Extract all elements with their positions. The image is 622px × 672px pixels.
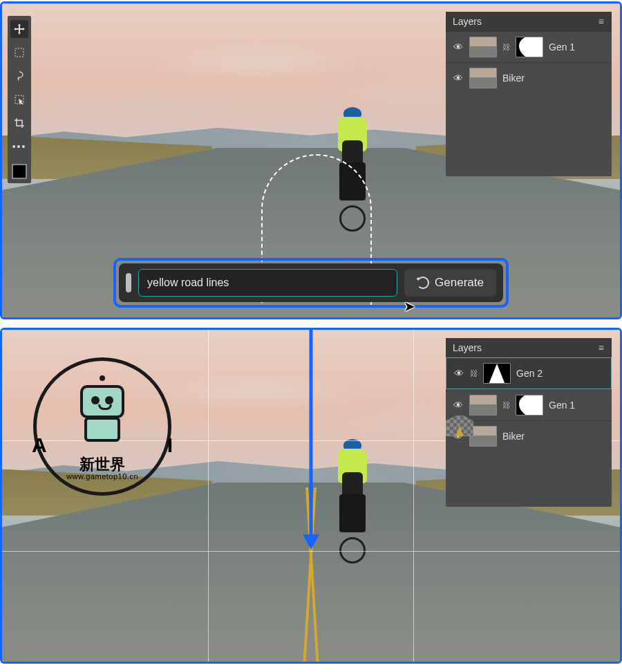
layer-row[interactable]: 👁 Biker xyxy=(446,62,612,93)
layer-thumbnail[interactable] xyxy=(469,426,497,447)
svg-rect-0 xyxy=(15,48,23,57)
layers-panel: Layers ≡ 👁 ⛓ Gen 2 👁 ⛓ Gen 1 👁 Biker xyxy=(446,338,612,507)
layers-panel-title: Layers xyxy=(453,16,482,27)
contextual-task-bar: Generate ➤ xyxy=(113,258,509,308)
toolbox: ›› ••• xyxy=(8,16,31,183)
link-icon[interactable]: ⛓ xyxy=(502,401,510,409)
visibility-toggle-icon[interactable]: 👁 xyxy=(453,73,464,84)
panel-menu-icon[interactable]: ≡ xyxy=(599,16,605,27)
layers-panel: Layers ≡ 👁 ⛓ Gen 1 👁 Biker xyxy=(446,12,612,176)
object-selection-tool[interactable] xyxy=(10,91,28,109)
layer-name[interactable]: Gen 1 xyxy=(549,41,605,53)
layer-name[interactable]: Biker xyxy=(502,431,605,442)
generate-button[interactable]: Generate xyxy=(404,269,496,297)
crop-tool[interactable] xyxy=(10,114,28,132)
drag-handle-icon[interactable] xyxy=(126,273,131,292)
layer-mask-thumbnail[interactable] xyxy=(483,363,511,384)
layer-thumbnail[interactable] xyxy=(469,395,497,416)
expand-toolbox-icon[interactable]: ›› xyxy=(10,6,16,13)
layer-thumbnail[interactable] xyxy=(469,68,497,88)
link-icon[interactable]: ⛓ xyxy=(470,369,478,377)
visibility-toggle-icon[interactable]: 👁 xyxy=(453,400,464,411)
foreground-color-swatch[interactable] xyxy=(12,164,27,179)
lasso-tool[interactable] xyxy=(10,67,28,85)
visibility-toggle-icon[interactable]: 👁 xyxy=(453,41,464,53)
layer-row[interactable]: 👁 ⛓ Gen 1 xyxy=(446,31,612,62)
after-frame: Layers ≡ 👁 ⛓ Gen 2 👁 ⛓ Gen 1 👁 Biker xyxy=(0,328,622,664)
generated-yellow-road-lines xyxy=(293,489,329,662)
layer-row[interactable]: 👁 ⛓ Gen 2 xyxy=(446,357,612,389)
layer-mask-thumbnail[interactable] xyxy=(516,395,543,416)
more-tools[interactable]: ••• xyxy=(10,138,28,156)
layer-row[interactable]: 👁 ⛓ Gen 1 xyxy=(446,389,612,420)
layer-thumbnail[interactable] xyxy=(469,37,497,57)
link-icon[interactable]: ⛓ xyxy=(502,43,510,51)
panel-menu-icon[interactable]: ≡ xyxy=(599,342,605,353)
layers-panel-title: Layers xyxy=(453,342,482,353)
layer-name[interactable]: Biker xyxy=(502,73,605,84)
move-tool[interactable] xyxy=(10,20,28,38)
sparkle-icon xyxy=(417,277,429,289)
generative-fill-prompt-input[interactable] xyxy=(138,269,397,297)
marquee-tool[interactable] xyxy=(10,44,28,62)
visibility-toggle-icon[interactable]: 👁 xyxy=(453,368,464,379)
layer-thumbnail[interactable] xyxy=(446,416,473,436)
before-frame: ›› ••• Layers ≡ 👁 ⛓ Gen 1 👁 Biker xyxy=(0,1,622,319)
layer-mask-thumbnail[interactable] xyxy=(516,37,543,57)
generate-button-label: Generate xyxy=(435,276,484,290)
photo-biker xyxy=(330,439,377,563)
layer-name[interactable]: Gen 2 xyxy=(516,368,604,379)
layer-name[interactable]: Gen 1 xyxy=(549,400,605,411)
cursor-icon: ➤ xyxy=(404,298,415,315)
